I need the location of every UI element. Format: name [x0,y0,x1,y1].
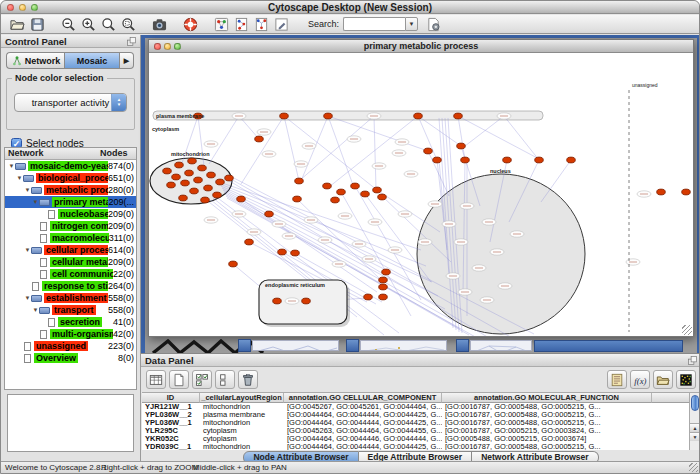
scroll-down-arrow[interactable]: ▼ [690,432,700,441]
background-window-fragment[interactable] [470,340,532,351]
tree-row[interactable]: nitrogen compo209(0) [5,220,136,232]
graph-node[interactable] [278,249,287,255]
column-header[interactable]: _cellularLayoutRegion [200,393,284,403]
graph-node[interactable] [179,195,188,201]
network-view-window[interactable]: primary metabolic process plasma membran… [148,39,694,337]
graph-node[interactable] [293,196,302,202]
tree-row[interactable]: ▼cellular process614(0) [5,244,136,256]
table-cell[interactable]: YDR039C__1 [142,443,200,450]
table-row[interactable]: YDR039C__1mitochondrion[GO:0044464, GO:0… [142,443,689,450]
dropdown-stepper-icon[interactable]: ▲▼ [111,94,126,111]
graph-node[interactable] [280,113,289,119]
disclosure-triangle-icon[interactable]: ▼ [32,199,39,205]
graph-node[interactable] [503,157,512,163]
zoom-selected-button[interactable] [98,15,118,33]
select-attributes-button[interactable] [192,370,212,389]
graph-edge[interactable] [374,116,376,189]
graph-node[interactable] [175,162,184,168]
graph-node[interactable] [163,168,172,174]
table-row[interactable]: YPL036W__2plasma membrane[GO:0044464, GO… [142,411,689,419]
graph-node[interactable] [454,113,463,119]
scrollbar-thumb[interactable] [691,395,699,411]
graph-node[interactable] [378,194,387,200]
column-header[interactable]: annotation.GO CELLULAR_COMPONENT [284,393,442,403]
table-cell[interactable]: [GO:0005488, GO:0005215, GO:0003674] [442,435,652,443]
background-window-fragment[interactable] [360,340,447,351]
graph-edge[interactable] [328,116,353,185]
graph-node[interactable] [379,294,388,300]
graph-node[interactable] [361,191,370,197]
tree-header[interactable]: Network Nodes [5,148,136,160]
table-cell[interactable]: [GO:0016787, GO:0005488, GO:0005215, G..… [442,443,652,450]
network-maximize-button[interactable] [174,43,181,50]
scroll-up-arrow[interactable]: ▲ [690,423,700,432]
minimize-button[interactable] [19,4,26,11]
network-window-titlebar[interactable]: primary metabolic process [149,40,693,53]
network-overview-button[interactable] [211,15,231,33]
status-resize-grip[interactable] [689,463,698,472]
graph-edge[interactable] [220,184,426,266]
table-cell[interactable]: mitochondrion [200,419,284,427]
tree-row[interactable]: ▼primary metabo209(... [5,196,136,208]
tab-mosaic[interactable]: Mosaic [64,52,120,69]
matrix-view-button[interactable] [676,370,696,389]
graph-node[interactable] [201,197,210,203]
save-button[interactable] [27,15,47,33]
graph-node[interactable] [682,189,691,195]
tree-row[interactable]: multi-organism pro42(0) [5,328,136,340]
attribute-table-button[interactable] [146,370,166,389]
graph-node[interactable] [190,188,199,194]
disclosure-triangle-icon[interactable]: ▼ [24,295,31,301]
graph-edge[interactable] [458,116,465,160]
graph-node[interactable] [167,182,176,188]
new-attribute-button[interactable] [169,370,189,389]
tree-row[interactable]: nucleobase-209(0) [5,208,136,220]
unselect-attributes-button[interactable] [215,370,235,389]
layout-b-button[interactable] [251,15,271,33]
table-cell[interactable]: [GO:0044464, GO:0044446, GO:0044444, G..… [284,435,442,443]
table-cell[interactable]: mitochondrion [200,443,284,450]
network-minimize-button[interactable] [164,43,171,50]
tab-overflow-arrow[interactable]: ▶ [120,52,134,69]
tree-row[interactable]: Overview8(0) [5,352,136,364]
graph-node[interactable] [337,189,346,195]
graph-edge[interactable] [328,116,428,151]
close-button[interactable] [7,4,14,11]
table-cell[interactable]: [GO:0044464, GO:0044444, GO:0044425, G..… [284,443,442,450]
open-folder-button[interactable] [7,15,27,33]
zoom-fit-button[interactable] [118,15,138,33]
graph-edge[interactable] [465,116,504,146]
graph-edge[interactable] [284,116,299,181]
column-header[interactable]: annotation.GO MOLECULAR_FUNCTION [442,393,652,403]
graph-node[interactable] [414,113,423,119]
tree-row[interactable]: ▼transport558(0) [5,304,136,316]
graph-node[interactable] [265,211,274,217]
tab-network[interactable]: Network [6,52,64,69]
graph-node[interactable] [216,179,225,185]
table-cell[interactable]: [GO:0016787, GO:0005488, GO:0005215, G..… [442,419,652,427]
graph-node[interactable] [567,157,576,163]
table-cell[interactable]: plasma membrane [200,411,284,419]
graph-node[interactable] [379,284,388,290]
tree-row[interactable]: cell communicat22(0) [5,268,136,280]
tree-row[interactable]: unassigned223(0) [5,340,136,352]
graph-node[interactable] [207,172,216,178]
attribute-list-button[interactable] [607,370,627,389]
search-input[interactable] [343,17,405,31]
window-titlebar[interactable]: Cytoscape Desktop (New Session) [1,1,699,14]
table-cell[interactable]: YJR121W__1 [142,403,200,411]
table-row[interactable]: YLR295Ccytoplasm[GO:0045263, GO:0044464,… [142,427,689,435]
network-canvas[interactable]: plasma membranecytoplasmmitochondrionnuc… [149,54,693,336]
tree-row[interactable]: ▼biological_process651(0) [5,172,136,184]
zoom-out-button[interactable] [58,15,78,33]
function-builder-button[interactable]: f(x) [630,370,650,389]
open-attribute-button[interactable] [653,370,673,389]
annotation-button[interactable] [271,15,291,33]
graph-node[interactable] [229,261,238,267]
table-cell[interactable]: cytoplasm [200,427,284,435]
table-row[interactable]: YKR052Ccytoplasm[GO:0044464, GO:0044446,… [142,435,689,443]
table-cell[interactable]: [GO:0045263, GO:0044464, GO:0044455, G..… [284,427,442,435]
gear-page-button[interactable] [423,15,443,33]
float-panel-icon[interactable] [126,36,137,47]
graph-node[interactable] [331,197,340,203]
